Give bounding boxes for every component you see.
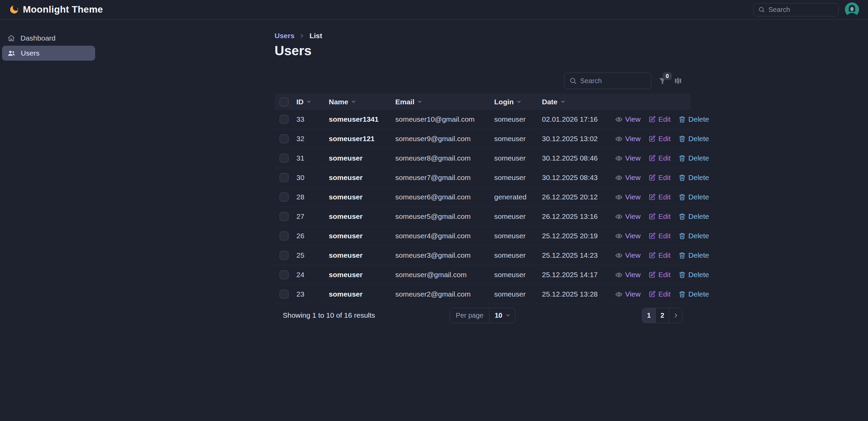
view-button[interactable]: View	[615, 271, 641, 279]
page-button-2[interactable]: 2	[656, 308, 669, 323]
row-checkbox[interactable]	[280, 212, 289, 221]
edit-button[interactable]: Edit	[649, 135, 671, 143]
cell-name: someuser	[329, 232, 395, 240]
cell-login: someuser	[494, 212, 542, 221]
cell-email: someuser4@gmail.com	[395, 232, 494, 240]
row-actions: View Edit Delete	[615, 154, 717, 162]
edit-label: Edit	[658, 232, 671, 240]
table-search-input[interactable]	[580, 77, 646, 85]
cell-email: someuser9@gmail.com	[395, 135, 494, 143]
cell-email: someuser@gmail.com	[395, 271, 494, 279]
user-avatar[interactable]	[845, 2, 859, 17]
edit-button[interactable]: Edit	[649, 154, 671, 162]
cell-name: someuser121	[329, 135, 395, 143]
view-button[interactable]: View	[615, 115, 641, 123]
row-checkbox[interactable]	[280, 231, 289, 240]
cell-email: someuser7@gmail.com	[395, 174, 494, 182]
table-search[interactable]	[564, 73, 651, 89]
view-button[interactable]: View	[615, 251, 641, 259]
eye-icon	[615, 291, 622, 298]
table-row: 30 someuser someuser7@gmail.com someuser…	[275, 168, 691, 187]
users-table: ID Name Email Login	[275, 94, 691, 304]
cell-name: someuser	[329, 271, 395, 279]
toggle-columns-button[interactable]	[674, 76, 682, 85]
delete-button[interactable]: Delete	[679, 174, 709, 182]
edit-button[interactable]: Edit	[649, 174, 671, 182]
delete-button[interactable]: Delete	[679, 271, 709, 279]
topbar: Moonlight Theme	[0, 0, 868, 19]
delete-button[interactable]: Delete	[679, 251, 709, 259]
edit-button[interactable]: Edit	[649, 193, 671, 201]
trash-icon	[679, 252, 686, 259]
filter-button[interactable]: 0	[658, 77, 667, 85]
breadcrumb-users-link[interactable]: Users	[275, 32, 294, 40]
cell-date: 30.12.2025 08:46	[542, 154, 615, 162]
next-page-button[interactable]	[669, 308, 682, 323]
cell-login: someuser	[494, 154, 542, 162]
row-checkbox[interactable]	[280, 134, 289, 143]
row-checkbox[interactable]	[280, 290, 289, 299]
cell-date: 25.12.2025 20:19	[542, 232, 615, 240]
delete-label: Delete	[688, 251, 709, 259]
cell-name: someuser	[329, 212, 395, 221]
row-checkbox[interactable]	[280, 193, 289, 201]
per-page-select[interactable]: Per page 10	[450, 308, 515, 323]
view-button[interactable]: View	[615, 212, 641, 221]
edit-button[interactable]: Edit	[649, 271, 671, 279]
row-checkbox[interactable]	[280, 154, 289, 163]
select-all-checkbox[interactable]	[280, 97, 289, 106]
row-checkbox[interactable]	[280, 173, 289, 182]
sidebar-item-label: Users	[21, 49, 40, 57]
column-header-login[interactable]: Login	[494, 98, 542, 106]
view-button[interactable]: View	[615, 154, 641, 162]
global-search-input[interactable]	[768, 6, 834, 14]
brand: Moonlight Theme	[9, 4, 103, 15]
edit-button[interactable]: Edit	[649, 290, 671, 298]
sidebar-item-users[interactable]: Users	[2, 46, 95, 61]
view-label: View	[625, 290, 641, 298]
sidebar: Dashboard Users	[0, 19, 97, 421]
sort-chevron-icon	[560, 99, 565, 104]
column-header-date[interactable]: Date	[542, 98, 615, 106]
delete-label: Delete	[688, 154, 709, 162]
view-button[interactable]: View	[615, 135, 641, 143]
edit-button[interactable]: Edit	[649, 251, 671, 259]
cell-date: 25.12.2025 14:17	[542, 271, 615, 279]
delete-button[interactable]: Delete	[679, 115, 709, 123]
column-header-email[interactable]: Email	[395, 98, 494, 106]
view-button[interactable]: View	[615, 290, 641, 298]
edit-label: Edit	[658, 135, 671, 143]
row-checkbox[interactable]	[280, 115, 289, 124]
table-body: 33 someuser1341 someuser10@gmail.com som…	[275, 110, 691, 304]
cell-id: 28	[296, 193, 329, 201]
row-checkbox[interactable]	[280, 270, 289, 279]
view-label: View	[625, 271, 641, 279]
view-button[interactable]: View	[615, 193, 641, 201]
column-header-name[interactable]: Name	[329, 98, 395, 106]
edit-label: Edit	[658, 271, 671, 279]
column-header-id[interactable]: ID	[296, 98, 329, 106]
cell-email: someuser5@gmail.com	[395, 212, 494, 221]
row-checkbox[interactable]	[280, 251, 289, 260]
search-icon	[758, 6, 765, 13]
edit-button[interactable]: Edit	[649, 232, 671, 240]
cell-name: someuser	[329, 251, 395, 259]
delete-button[interactable]: Delete	[679, 212, 709, 221]
edit-button[interactable]: Edit	[649, 115, 671, 123]
global-search[interactable]	[753, 3, 839, 16]
delete-label: Delete	[688, 232, 709, 240]
delete-button[interactable]: Delete	[679, 232, 709, 240]
page-button-1[interactable]: 1	[642, 308, 656, 323]
edit-button[interactable]: Edit	[649, 212, 671, 221]
view-button[interactable]: View	[615, 174, 641, 182]
delete-button[interactable]: Delete	[679, 193, 709, 201]
sidebar-item-dashboard[interactable]: Dashboard	[2, 31, 95, 46]
cell-date: 26.12.2025 20:12	[542, 193, 615, 201]
delete-button[interactable]: Delete	[679, 154, 709, 162]
delete-button[interactable]: Delete	[679, 290, 709, 298]
delete-label: Delete	[688, 115, 709, 123]
trash-icon	[679, 135, 686, 142]
cell-id: 30	[296, 174, 329, 182]
view-button[interactable]: View	[615, 232, 641, 240]
delete-button[interactable]: Delete	[679, 135, 709, 143]
